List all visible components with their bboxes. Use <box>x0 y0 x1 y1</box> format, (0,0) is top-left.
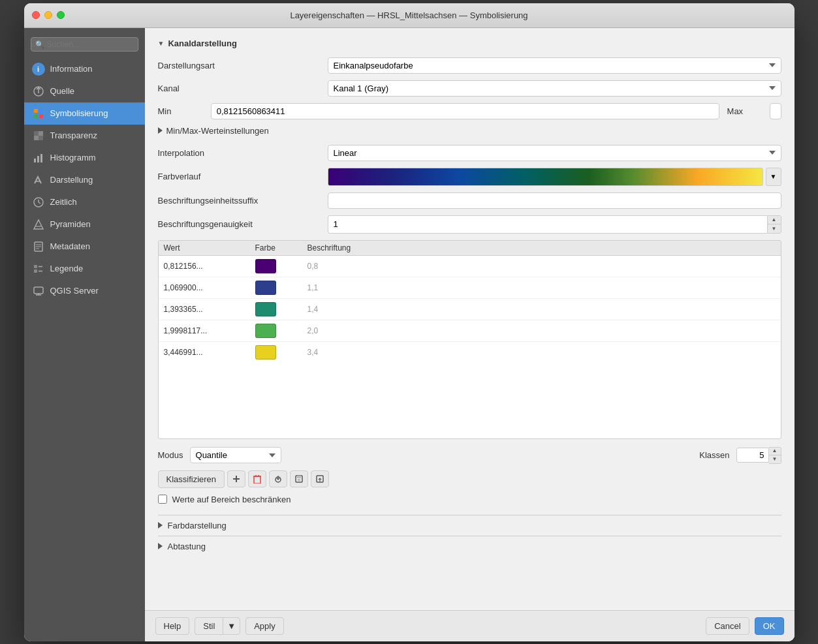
beschriftungsgenauigkeit-up[interactable]: ▲ <box>768 216 781 224</box>
svg-rect-5 <box>34 131 39 136</box>
footer: Help Stil ▼ Apply Cancel OK <box>145 610 794 641</box>
darstellungsart-row: Darstellungsart Einkanalpseudofarbe Eink… <box>158 57 781 74</box>
modus-select[interactable]: Quantile Gleiche Intervalle <box>190 447 281 463</box>
klassen-input[interactable] <box>736 448 769 463</box>
svg-rect-26 <box>34 287 43 294</box>
klassen-label: Klassen <box>699 450 729 460</box>
svg-rect-8 <box>34 136 39 140</box>
abtastung-section[interactable]: Abtastung <box>158 536 781 557</box>
add-class-button[interactable] <box>227 470 245 487</box>
close-button[interactable] <box>32 11 40 19</box>
sidebar-label-zeitlich: Zeitlich <box>50 197 77 207</box>
quelle-icon <box>32 85 45 98</box>
sidebar-item-quelle[interactable]: Quelle <box>24 80 145 102</box>
color-swatch-0[interactable] <box>255 259 276 273</box>
beschriftungsgenauigkeit-input[interactable] <box>328 215 768 234</box>
search-input[interactable] <box>31 37 138 52</box>
svg-rect-38 <box>297 476 301 478</box>
load-classes-button[interactable] <box>269 470 287 487</box>
sidebar-item-legende[interactable]: Legende <box>24 258 145 280</box>
svg-rect-10 <box>37 156 39 162</box>
interpolation-control: Linear Diskret Exakt <box>328 145 781 161</box>
cell-beschriftung-2: 1,4 <box>307 305 776 314</box>
stil-button[interactable]: Stil <box>195 617 223 635</box>
sidebar-label-darstellung: Darstellung <box>50 175 93 185</box>
klassen-up[interactable]: ▲ <box>769 448 781 455</box>
interpolation-select[interactable]: Linear Diskret Exakt <box>328 145 781 161</box>
cell-beschriftung-0: 0,8 <box>307 262 776 271</box>
cell-wert-2: 1,393365... <box>164 305 255 314</box>
window-title: Layereigenschaften — HRSL_Mittelsachsen … <box>290 10 527 20</box>
farbverlauf-label: Farbverlauf <box>158 172 328 181</box>
sidebar-item-zeitlich[interactable]: Zeitlich <box>24 191 145 213</box>
sidebar-item-symbolisierung[interactable]: Symbolisierung <box>24 102 145 125</box>
farbdarstellung-section[interactable]: Farbdarstellung <box>158 515 781 536</box>
minmax-label: Min/Max-Werteinstellungen <box>166 126 269 136</box>
darstellungsart-select[interactable]: Einkanalpseudofarbe Einkanal grau <box>328 57 781 74</box>
ok-button[interactable]: OK <box>755 617 784 635</box>
section-kanaldarstellung[interactable]: ▼ Kanaldarstellung <box>158 38 781 48</box>
farbverlauf-preview[interactable] <box>328 168 763 186</box>
cell-wert-0: 0,812156... <box>164 262 255 271</box>
color-swatch-1[interactable] <box>255 281 276 295</box>
svg-rect-7 <box>39 131 43 136</box>
table-header-beschriftung: Beschriftung <box>307 243 776 253</box>
sidebar-item-pyramiden[interactable]: Pyramiden <box>24 213 145 236</box>
kanal-select[interactable]: Kanal 1 (Gray) <box>328 80 781 97</box>
modus-klassen-row: Modus Quantile Gleiche Intervalle Klasse… <box>158 447 781 464</box>
apply-button[interactable]: Apply <box>245 617 284 635</box>
svg-rect-11 <box>40 154 42 162</box>
klassen-down[interactable]: ▼ <box>769 455 781 463</box>
darstellungsart-control: Einkanalpseudofarbe Einkanal grau <box>328 57 781 74</box>
help-button[interactable]: Help <box>155 617 190 635</box>
sidebar: 🔍 i Information Quelle Symbolisierung <box>24 28 145 641</box>
search-icon: 🔍 <box>35 40 44 48</box>
min-input[interactable] <box>211 103 719 119</box>
sidebar-label-symbolisierung: Symbolisierung <box>50 108 108 118</box>
sidebar-label-information: Information <box>50 64 93 74</box>
checkbox-bereich-row: Werte auf Bereich beschränken <box>158 495 781 504</box>
color-swatch-2[interactable] <box>255 302 276 316</box>
maximize-button[interactable] <box>57 11 65 19</box>
svg-rect-24 <box>34 269 37 273</box>
svg-rect-1 <box>34 109 38 113</box>
information-icon: i <box>32 63 45 76</box>
beschriftungsgenauigkeit-down[interactable]: ▼ <box>768 224 781 233</box>
sidebar-item-transparenz[interactable]: Transparenz <box>24 125 145 147</box>
max-input[interactable] <box>770 103 781 119</box>
save-classes-button[interactable] <box>290 470 308 487</box>
minimize-button[interactable] <box>44 11 52 19</box>
beschriftungsgenauigkeit-label: Beschriftungsgenauigkeit <box>158 219 328 229</box>
farbverlauf-dropdown-btn[interactable]: ▼ <box>766 168 781 186</box>
sidebar-item-information[interactable]: i Information <box>24 58 145 80</box>
beschriftungseinheitssuffix-input[interactable] <box>328 192 781 209</box>
cancel-button[interactable]: Cancel <box>706 617 749 635</box>
klassen-input-wrapper: ▲ ▼ <box>736 447 781 464</box>
remove-class-button[interactable] <box>248 470 266 487</box>
svg-marker-16 <box>34 220 43 229</box>
table-row: 3,446991... 3,4 <box>159 342 781 363</box>
titlebar: Layereigenschaften — HRSL_Mittelsachsen … <box>24 3 794 28</box>
svg-line-15 <box>39 202 40 204</box>
sidebar-item-metadaten[interactable]: Metadaten <box>24 236 145 258</box>
max-label: Max <box>727 106 770 116</box>
min-max-row: Min Max <box>158 103 781 119</box>
farbverlauf-row: Farbverlauf ▼ <box>158 168 781 186</box>
svg-rect-9 <box>34 159 36 162</box>
sidebar-item-qgis-server[interactable]: QGIS Server <box>24 280 145 302</box>
klassifizieren-button[interactable]: Klassifizieren <box>158 470 225 488</box>
stil-dropdown-button[interactable]: ▼ <box>223 617 240 635</box>
minmax-werteinstellungen-toggle[interactable]: Min/Max-Werteinstellungen <box>158 126 781 136</box>
sidebar-item-histogramm[interactable]: Histogramm <box>24 147 145 169</box>
table-row: 1,9998117... 2,0 <box>159 320 781 342</box>
sidebar-item-darstellung[interactable]: Darstellung <box>24 169 145 191</box>
sidebar-label-metadaten: Metadaten <box>50 241 90 251</box>
color-swatch-3[interactable] <box>255 324 276 338</box>
cell-beschriftung-1: 1,1 <box>307 283 776 292</box>
bereich-checkbox[interactable] <box>158 495 167 504</box>
export-classes-button[interactable] <box>311 470 329 487</box>
bereich-checkbox-label: Werte auf Bereich beschränken <box>172 495 291 504</box>
color-swatch-4[interactable] <box>255 345 276 360</box>
beschriftungsgenauigkeit-row: Beschriftungsgenauigkeit ▲ ▼ <box>158 215 781 234</box>
cell-wert-3: 1,9998117... <box>164 326 255 335</box>
